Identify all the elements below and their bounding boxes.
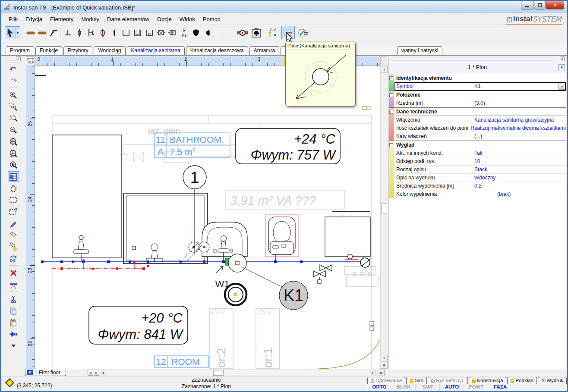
cabinet[interactable] bbox=[325, 212, 370, 259]
toggle-faza[interactable]: FAZA bbox=[488, 384, 512, 391]
splitter-box[interactable] bbox=[380, 56, 387, 66]
collapse-icon[interactable]: − bbox=[389, 76, 393, 80]
panel-dropdown-icon[interactable]: ▼ bbox=[559, 64, 565, 71]
zoom-out-button[interactable] bbox=[8, 125, 19, 135]
symbol-dropdown-button[interactable]: ▼ bbox=[559, 83, 565, 90]
canvas-vscrollbar[interactable]: ▲ ▼ ▦ bbox=[380, 66, 387, 369]
minimize-button[interactable] bbox=[521, 1, 533, 9]
collapse-icon[interactable]: − bbox=[389, 110, 393, 114]
menu-widok[interactable]: Widok bbox=[176, 14, 199, 24]
section-title[interactable]: Identyfikacja elementu bbox=[394, 74, 566, 82]
section-title[interactable]: Dane techniczne bbox=[394, 108, 566, 116]
collapse-icon[interactable]: − bbox=[389, 93, 393, 97]
property-row-akt[interactable]: Akt. na innych kond. Tak bbox=[394, 149, 566, 157]
zoom-page-button[interactable] bbox=[8, 148, 19, 159]
toolbar-more-button[interactable] bbox=[8, 340, 19, 351]
shower-tray-icon[interactable] bbox=[132, 27, 143, 39]
rotate-dg-button[interactable]: DG bbox=[8, 253, 19, 263]
property-row-odstep[interactable]: Odstęp podł. rys. 10 bbox=[394, 157, 566, 166]
toggle-blok[interactable]: BLOK bbox=[391, 384, 416, 391]
property-row-wlaczenia[interactable]: Włączenia Kanalizacja sanitarna grawitac… bbox=[394, 116, 566, 124]
canvas-hscrollbar[interactable]: ◄ ► bbox=[100, 370, 376, 376]
toggle-powt[interactable]: POWT bbox=[464, 384, 488, 391]
pipe-fitting-icon[interactable] bbox=[97, 27, 108, 39]
sheet-tab-first-floor[interactable]: P 1 First floor bbox=[25, 369, 66, 376]
layer-tab-rys-petli[interactable]: Rys.pętli o.p. bbox=[428, 377, 468, 384]
hscroll-right-icon[interactable]: ► bbox=[370, 370, 376, 376]
toggle-orto[interactable]: ORTO bbox=[367, 384, 391, 391]
zoom-extents-button[interactable] bbox=[8, 136, 19, 147]
section-title[interactable]: Położenie bbox=[394, 91, 566, 99]
zoom-window-button[interactable] bbox=[8, 101, 19, 112]
w1-element[interactable]: W1 bbox=[215, 279, 247, 305]
scroll-down-icon[interactable]: ▼ bbox=[381, 355, 388, 362]
pipe-pair-icon[interactable] bbox=[37, 27, 48, 39]
select-query-button[interactable]: ? bbox=[8, 206, 19, 217]
sink-icon[interactable] bbox=[144, 27, 155, 39]
collapse-icon[interactable]: − bbox=[389, 143, 393, 147]
room1-label[interactable]: 11 BATHROOM A 7,5 m² bbox=[155, 133, 230, 157]
property-row-rzedna[interactable]: Rzędna [m] (3,0) bbox=[394, 99, 566, 107]
layer-tab-san[interactable]: San bbox=[406, 377, 426, 384]
dock-grip[interactable] bbox=[6, 57, 15, 60]
redo-button[interactable] bbox=[8, 75, 19, 86]
copy-button[interactable] bbox=[8, 305, 19, 316]
section-aa-icon[interactable]: A-A« bbox=[266, 27, 280, 39]
ps-element-icon[interactable]: XPS bbox=[179, 27, 190, 39]
menu-edycja[interactable]: Edycja bbox=[22, 14, 46, 24]
speaker-icon[interactable] bbox=[202, 27, 213, 39]
zoom-plus-minus-button[interactable]: +− bbox=[8, 113, 19, 124]
zoom-in-button[interactable] bbox=[8, 90, 19, 100]
pump-icon[interactable] bbox=[237, 27, 248, 39]
maximize-button[interactable] bbox=[534, 1, 546, 9]
menu-opcje[interactable]: Opcje bbox=[153, 14, 176, 24]
layer-tab-ogrzewanie[interactable]: Ogrzewanie bbox=[367, 377, 405, 384]
undo-button[interactable] bbox=[8, 63, 19, 74]
vscroll-thumb[interactable] bbox=[381, 203, 387, 213]
trim-button[interactable] bbox=[8, 279, 19, 290]
pipe-horizontal-icon[interactable] bbox=[25, 27, 36, 39]
select-rectangle-button[interactable] bbox=[8, 194, 19, 205]
scroll-up-icon[interactable]: ▲ bbox=[381, 66, 388, 73]
pion-edit-icon[interactable] bbox=[297, 27, 309, 39]
tab-program[interactable]: Program bbox=[6, 46, 34, 55]
panel-dock-header[interactable]: x bbox=[389, 56, 566, 63]
highlight-settings-button[interactable] bbox=[8, 241, 19, 252]
sheet-next-icon[interactable]: ► bbox=[94, 370, 99, 376]
drain-icon[interactable] bbox=[62, 27, 73, 39]
toggle-siat[interactable]: SIAT bbox=[416, 384, 440, 391]
hscroll-left-icon[interactable]: ◄ bbox=[100, 370, 106, 376]
room2-label[interactable]: 12 ROOM bbox=[155, 356, 208, 367]
canvas-corner-icon[interactable]: ▦ bbox=[381, 362, 388, 369]
valves[interactable] bbox=[313, 265, 332, 283]
panel-close-icon[interactable]: x bbox=[560, 56, 565, 61]
drawing-canvas[interactable]: K1 W1 bbox=[35, 66, 380, 369]
paste-button[interactable] bbox=[8, 317, 19, 328]
menu-moduly[interactable]: Moduły bbox=[77, 14, 103, 24]
tab-funkcje[interactable]: Funkcje bbox=[35, 46, 62, 55]
tab-armatura[interactable]: Armatura bbox=[249, 46, 279, 55]
left-toolbar-header[interactable]: x bbox=[5, 56, 22, 63]
appliance-box-icon[interactable] bbox=[155, 27, 167, 39]
toggle-auto[interactable]: AUTO bbox=[440, 384, 464, 391]
property-row-symbol[interactable]: Symbol K1▼ bbox=[394, 82, 566, 91]
shield-icon[interactable] bbox=[190, 27, 202, 39]
delete-button[interactable] bbox=[8, 267, 19, 278]
k1-callout[interactable]: K1 bbox=[241, 267, 308, 310]
tab-kanalizacja-sanitarna[interactable]: Kanalizacja sanitarna bbox=[127, 46, 185, 55]
layer-tab-wydruk[interactable]: ✕Wydruk bbox=[538, 377, 567, 384]
property-row-kolor[interactable]: Kolor wypełnienia (brak) bbox=[394, 190, 566, 198]
select-tool-dropdown[interactable]: ▼ bbox=[16, 27, 19, 39]
data-table-button[interactable] bbox=[8, 171, 19, 182]
property-row-ilosc-ksztaltek[interactable]: Ilość kształtek włączeń do pionu Realizu… bbox=[394, 124, 566, 132]
hscroll-thumb[interactable] bbox=[213, 370, 224, 376]
bathtub-icon[interactable] bbox=[120, 27, 132, 39]
property-row-katy-wlaczen[interactable]: Kąty włączeń (...) bbox=[394, 132, 566, 141]
callout-room[interactable]: +20 °C Φwym: 841 W bbox=[89, 306, 188, 344]
menu-elementy[interactable]: Elementy bbox=[46, 14, 77, 24]
panel-grip[interactable] bbox=[391, 57, 555, 60]
layer-tab-podklad[interactable]: Podkład bbox=[507, 377, 537, 384]
property-row-srednica[interactable]: Średnica wypełnienia [m] 0,2 bbox=[394, 182, 566, 190]
sheet-prev-icon[interactable]: ◄ bbox=[88, 370, 93, 376]
zoom-selection-button[interactable] bbox=[8, 160, 19, 170]
